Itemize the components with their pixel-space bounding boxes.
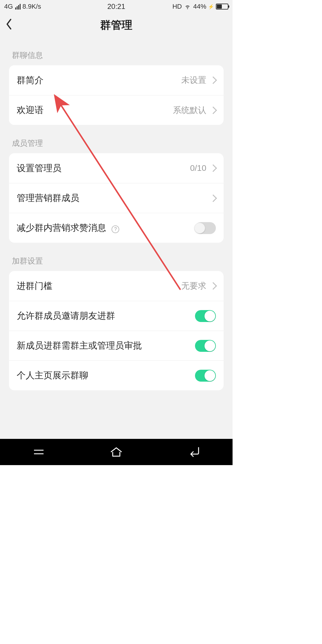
toggle-need-approval[interactable] — [195, 340, 216, 352]
home-icon — [110, 447, 123, 457]
row-need-approval: 新成员进群需群主或管理员审批 — [9, 331, 224, 360]
network-speed: 8.9K/s — [22, 3, 41, 10]
page-title: 群管理 — [100, 18, 132, 32]
header: 群管理 — [0, 13, 233, 37]
chevron-right-icon — [209, 106, 217, 114]
back-button[interactable] — [5, 18, 13, 32]
card-join-settings: 进群门槛 无要求 允许群成员邀请朋友进群 新成员进群需群主或管理员审批 个人主页… — [9, 271, 224, 390]
card-chat-info: 群简介 未设置 欢迎语 系统默认 — [9, 65, 224, 125]
chevron-right-icon — [209, 76, 217, 84]
label: 欢迎语 — [17, 104, 173, 116]
chevron-right-icon — [209, 194, 217, 202]
chevron-left-icon — [5, 18, 13, 30]
value: 系统默认 — [173, 105, 206, 116]
nav-recent-button[interactable] — [32, 446, 46, 458]
value: 未设置 — [181, 75, 206, 86]
battery-percent: 44% — [193, 3, 206, 10]
toggle-reduce-spam[interactable] — [195, 222, 216, 234]
section-header-join-settings: 加群设置 — [0, 243, 233, 271]
status-bar: 4G 8.9K/s 20:21 HD 44% ⚡ — [0, 0, 233, 13]
label: 设置管理员 — [17, 162, 190, 174]
help-icon[interactable]: ? — [112, 225, 119, 233]
value: 无要求 — [181, 280, 206, 292]
row-show-on-profile: 个人主页展示群聊 — [9, 360, 224, 390]
label: 允许群成员邀请朋友进群 — [17, 310, 195, 322]
row-reduce-spam: 减少群内营销求赞消息 ? — [9, 213, 224, 243]
nav-home-button[interactable] — [109, 446, 123, 458]
status-right: HD 44% ⚡ — [172, 3, 228, 10]
label: 进群门槛 — [17, 280, 181, 292]
label: 新成员进群需群主或管理员审批 — [17, 340, 195, 352]
label: 管理营销群成员 — [17, 192, 210, 204]
toggle-allow-invite[interactable] — [195, 310, 216, 322]
section-header-member-mgmt: 成员管理 — [0, 125, 233, 153]
row-welcome-message[interactable]: 欢迎语 系统默认 — [9, 95, 224, 125]
label: 减少群内营销求赞消息 ? — [17, 222, 195, 234]
chevron-right-icon — [209, 164, 217, 172]
card-member-mgmt: 设置管理员 0/10 管理营销群成员 减少群内营销求赞消息 ? — [9, 153, 224, 243]
recent-icon — [33, 448, 45, 456]
battery-icon — [216, 4, 228, 10]
screen: 4G 8.9K/s 20:21 HD 44% ⚡ 群管理 群聊信息 群简介 未设… — [0, 0, 233, 465]
row-join-threshold[interactable]: 进群门槛 无要求 — [9, 271, 224, 301]
charging-icon: ⚡ — [208, 4, 214, 10]
row-allow-invite: 允许群成员邀请朋友进群 — [9, 301, 224, 331]
status-left: 4G 8.9K/s — [4, 3, 41, 10]
section-header-chat-info: 群聊信息 — [0, 37, 233, 65]
wifi-icon — [184, 4, 191, 10]
nav-back-button[interactable] — [187, 446, 201, 458]
system-nav-bar — [0, 439, 233, 465]
row-group-intro[interactable]: 群简介 未设置 — [9, 65, 224, 95]
label: 个人主页展示群聊 — [17, 369, 195, 382]
status-time: 20:21 — [107, 2, 125, 11]
back-icon — [187, 447, 200, 457]
value: 0/10 — [190, 163, 207, 173]
row-set-admin[interactable]: 设置管理员 0/10 — [9, 153, 224, 183]
signal-icon — [15, 4, 21, 10]
hd-indicator: HD — [172, 3, 182, 10]
chevron-right-icon — [209, 282, 217, 290]
network-type: 4G — [4, 3, 13, 10]
toggle-show-on-profile[interactable] — [195, 370, 216, 382]
label: 群简介 — [17, 74, 181, 86]
row-manage-marketing-members[interactable]: 管理营销群成员 — [9, 183, 224, 213]
